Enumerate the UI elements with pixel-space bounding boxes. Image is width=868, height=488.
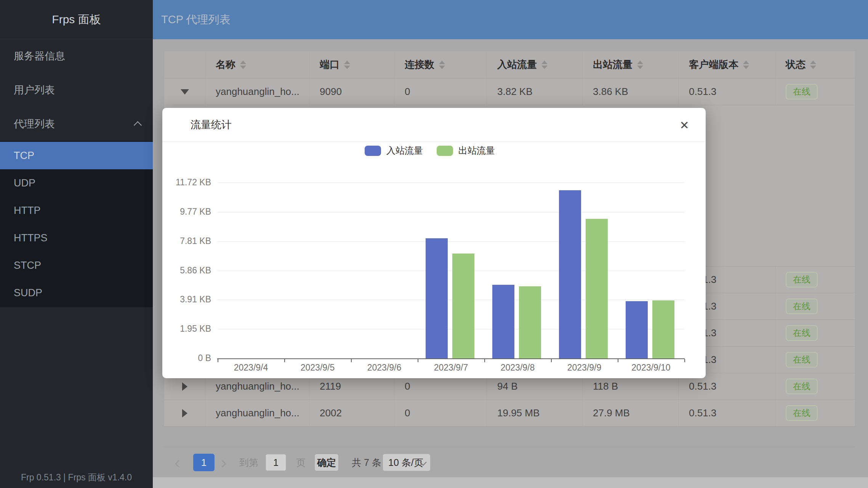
- x-axis-category-label: 2023/9/10: [618, 363, 685, 373]
- y-axis-tick-label: 3.91 KB: [165, 294, 211, 305]
- bar-出站流量-2023/9/10[interactable]: [652, 300, 674, 358]
- y-axis-tick-label: 9.77 KB: [165, 207, 211, 217]
- x-axis-category-label: 2023/9/4: [218, 363, 285, 373]
- app-title: Frps 面板: [0, 0, 153, 39]
- x-axis-tick: [484, 359, 485, 362]
- x-axis-tick: [684, 359, 685, 362]
- sidebar-item-2[interactable]: 用户列表: [0, 73, 153, 107]
- sidebar-item-1[interactable]: 服务器信息: [0, 39, 153, 73]
- bar-出站流量-2023/9/7[interactable]: [452, 254, 474, 358]
- gridline: [218, 212, 684, 212]
- bar-入站流量-2023/9/10[interactable]: [626, 301, 648, 358]
- sidebar-item-http[interactable]: HTTP: [0, 197, 153, 224]
- sidebar: Frps 面板 服务器信息用户列表代理列表TCPUDPHTTPHTTPSSTCP…: [0, 0, 153, 488]
- y-axis-tick-label: 1.95 KB: [165, 324, 211, 334]
- sidebar-footer-version: Frp 0.51.3 | Frps 面板 v1.4.0: [0, 472, 153, 483]
- sidebar-item-udp[interactable]: UDP: [0, 169, 153, 197]
- sidebar-item-tcp[interactable]: TCP: [0, 142, 153, 169]
- sidebar-item-stcp[interactable]: STCP: [0, 252, 153, 279]
- gridline: [218, 329, 684, 329]
- bar-入站流量-2023/9/7[interactable]: [426, 238, 448, 358]
- x-axis-category-label: 2023/9/9: [551, 363, 618, 373]
- bar-入站流量-2023/9/9[interactable]: [559, 190, 581, 358]
- x-axis-tick: [218, 359, 218, 362]
- y-axis-tick-label: 5.86 KB: [165, 265, 211, 276]
- y-axis-tick-label: 7.81 KB: [165, 236, 211, 246]
- sidebar-item-3[interactable]: 代理列表: [0, 107, 153, 141]
- x-axis-tick: [551, 359, 552, 362]
- x-axis-line: [217, 358, 685, 359]
- x-axis-category-label: 2023/9/7: [418, 363, 485, 373]
- bar-入站流量-2023/9/8[interactable]: [492, 285, 514, 358]
- page-header: TCP 代理列表: [153, 0, 868, 39]
- traffic-stats-dialog: 流量统计 ✕ 入站流量出站流量 11.72 KB9.77 KB7.81 KB5.…: [162, 108, 706, 378]
- x-axis-category-label: 2023/9/5: [284, 363, 351, 373]
- sidebar-item-https[interactable]: HTTPS: [0, 224, 153, 252]
- gridline: [218, 183, 684, 183]
- gridline: [218, 241, 684, 242]
- proxy-type-submenu: TCPUDPHTTPHTTPSSTCPSUDP: [0, 141, 153, 307]
- sidebar-item-sudp[interactable]: SUDP: [0, 279, 153, 307]
- gridline: [218, 271, 684, 271]
- gridline: [218, 300, 684, 300]
- page-title: TCP 代理列表: [161, 0, 868, 39]
- frps-dashboard-screen: TCP 代理列表 Frps 面板 服务器信息用户列表代理列表TCPUDPHTTP…: [0, 0, 868, 488]
- chevron-up-icon: [134, 121, 142, 129]
- x-axis-category-label: 2023/9/8: [484, 363, 551, 373]
- x-axis-tick: [618, 359, 618, 362]
- x-axis-tick: [351, 359, 352, 362]
- sidebar-menu: 服务器信息用户列表代理列表TCPUDPHTTPHTTPSSTCPSUDP: [0, 39, 153, 307]
- x-axis-tick: [418, 359, 418, 362]
- x-axis-tick: [284, 359, 285, 362]
- traffic-bar-chart: 11.72 KB9.77 KB7.81 KB5.86 KB3.91 KB1.95…: [162, 108, 706, 378]
- y-axis-tick-label: 11.72 KB: [165, 177, 211, 188]
- y-axis-tick-label: 0 B: [165, 353, 211, 363]
- bar-出站流量-2023/9/8[interactable]: [519, 286, 541, 358]
- x-axis-category-label: 2023/9/6: [351, 363, 418, 373]
- bar-出站流量-2023/9/9[interactable]: [586, 219, 608, 358]
